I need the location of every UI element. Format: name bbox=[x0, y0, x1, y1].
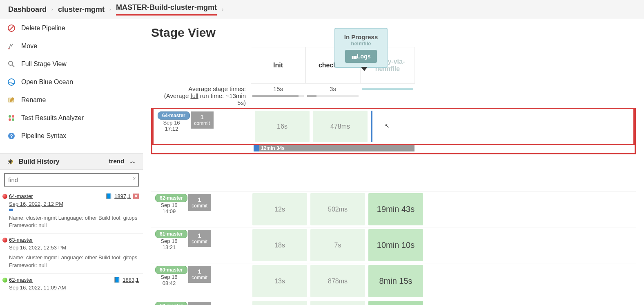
stage-row[interactable]: 62-master Sep 1614:09 1commit 12s502ms19… bbox=[151, 191, 636, 227]
average-row: Average stage times: (Average full run t… bbox=[151, 84, 636, 108]
build-date-link[interactable]: Sep 16, 2022, 11:09 AM bbox=[9, 285, 139, 291]
breadcrumb-cluster-mgmt[interactable]: cluster-mgmt bbox=[58, 5, 105, 14]
commit-badge[interactable]: 1commit bbox=[191, 111, 214, 129]
stage-cell[interactable]: 12min 27s bbox=[368, 301, 423, 305]
search-input[interactable] bbox=[4, 173, 139, 187]
sidebar-item-rename[interactable]: Rename bbox=[0, 91, 143, 109]
sidebar-item-test-results[interactable]: Test Results Analyzer bbox=[0, 109, 143, 127]
breadcrumb: Dashboard › cluster-mgmt › MASTER-Build-… bbox=[0, 0, 644, 19]
build-history-title-text: Build History bbox=[19, 158, 60, 165]
build-tag[interactable]: 59-master bbox=[155, 302, 187, 305]
avg-label-2c: run time: ~13min 5s) bbox=[198, 92, 246, 106]
changeset-icon: 📘 bbox=[105, 193, 112, 199]
breadcrumb-master-build[interactable]: MASTER-Build-cluster-mgmt bbox=[116, 3, 217, 16]
build-tag[interactable]: 64-master bbox=[158, 111, 190, 120]
in-progress-tooltip: In Progress helmfile Logs bbox=[334, 28, 388, 68]
stage-cell[interactable]: 12s bbox=[252, 193, 307, 225]
avg-cell-init: 15s bbox=[251, 84, 305, 108]
stage-cell[interactable]: 18s bbox=[252, 229, 307, 261]
tooltip-arrow-icon bbox=[361, 67, 368, 71]
page-title: Stage View bbox=[151, 26, 636, 40]
svg-point-10 bbox=[12, 118, 14, 121]
stage-cell[interactable]: 712ms bbox=[310, 301, 365, 305]
stage-row[interactable]: 61-master Sep 1613:21 1commit 18s7s10min… bbox=[151, 227, 636, 263]
stage-view-table: Init checkout deploy-via-helmfile In Pro… bbox=[151, 47, 636, 305]
sidebar-item-label: Test Results Analyzer bbox=[21, 114, 84, 122]
no-entry-icon bbox=[7, 24, 16, 32]
build-history-search: x bbox=[4, 173, 139, 187]
collapse-icon[interactable]: ︿ bbox=[130, 158, 136, 165]
stage-cell[interactable] bbox=[371, 111, 426, 142]
sidebar-item-delete-pipeline[interactable]: Delete Pipeline bbox=[0, 19, 143, 37]
sidebar-item-move[interactable]: Move bbox=[0, 37, 143, 55]
build-history-entry[interactable]: 📘 1883,1 62-master Sep 16, 2022, 11:09 A… bbox=[0, 274, 143, 295]
build-history-list: 📘 1897,1 ✕ 64-master Sep 16, 2022, 2:12 … bbox=[0, 190, 143, 295]
stage-cell[interactable]: 502ms bbox=[310, 193, 365, 225]
svg-text:?: ? bbox=[10, 134, 13, 139]
build-history-title: ☀ Build History bbox=[7, 158, 60, 165]
svg-point-9 bbox=[9, 118, 11, 121]
chevron-right-icon: › bbox=[109, 7, 111, 12]
stage-cell[interactable]: 13s bbox=[252, 265, 307, 297]
row-label: 64-master Sep 1617:12 1commit bbox=[154, 109, 253, 144]
build-link[interactable]: 63-master bbox=[9, 237, 33, 243]
breadcrumb-dashboard[interactable]: Dashboard bbox=[8, 5, 47, 14]
sidebar-item-pipeline-syntax[interactable]: ? Pipeline Syntax bbox=[0, 127, 143, 145]
trend-link[interactable]: trend bbox=[109, 158, 125, 165]
build-date: Sep 1613:21 bbox=[155, 238, 183, 250]
build-date-link[interactable]: Sep 16, 2022, 2:12 PM bbox=[9, 201, 139, 207]
stage-cell[interactable]: 16s bbox=[255, 111, 310, 142]
commit-badge[interactable]: 1commit bbox=[188, 230, 211, 247]
chevron-right-icon: › bbox=[51, 7, 53, 12]
svg-point-8 bbox=[12, 115, 14, 118]
stage-cell[interactable]: 13s bbox=[252, 301, 307, 305]
build-link[interactable]: 64-master bbox=[9, 193, 33, 199]
status-ball-icon bbox=[2, 194, 7, 199]
logs-button[interactable]: Logs bbox=[345, 50, 377, 63]
clear-icon[interactable]: x bbox=[133, 176, 136, 181]
stage-row[interactable]: 60-master Sep 1608:42 1commit 13s878ms8m… bbox=[151, 263, 636, 299]
cursor-icon: ↖ bbox=[385, 122, 390, 129]
commit-badge[interactable]: 2commits bbox=[188, 302, 211, 305]
sidebar-item-label: Move bbox=[21, 42, 37, 50]
row-label: 61-master Sep 1613:21 1commit bbox=[151, 227, 251, 263]
chevron-right-icon: › bbox=[222, 7, 223, 12]
stage-cell[interactable]: 8min 15s bbox=[368, 265, 423, 297]
commit-badge[interactable]: 1commit bbox=[188, 194, 211, 211]
build-date: Sep 1608:42 bbox=[155, 274, 183, 286]
stage-row[interactable]: 64-master Sep 1617:12 1commit 16s478ms bbox=[152, 109, 635, 145]
cancel-build-button[interactable]: ✕ bbox=[133, 194, 139, 199]
build-tag[interactable]: 62-master bbox=[155, 194, 187, 202]
sun-icon: ☀ bbox=[7, 158, 15, 165]
stage-cell[interactable]: 878ms bbox=[310, 265, 365, 297]
build-history-entry[interactable]: 📘 1897,1 ✕ 64-master Sep 16, 2022, 2:12 … bbox=[0, 190, 143, 234]
status-ball-icon bbox=[2, 278, 7, 283]
stage-cell[interactable]: 19min 43s bbox=[368, 193, 423, 225]
changeset-link[interactable]: 1897,1 bbox=[114, 193, 131, 199]
build-link[interactable]: 62-master bbox=[9, 277, 33, 283]
tooltip-title: In Progress bbox=[338, 33, 384, 40]
build-date-link[interactable]: Sep 16, 2022, 12:53 PM bbox=[9, 245, 139, 251]
build-date: Sep 1617:12 bbox=[158, 120, 185, 132]
row-label: 59-master Sep 1608:10 2commits bbox=[151, 299, 251, 305]
sidebar-item-label: Full Stage View bbox=[21, 60, 67, 68]
row-label: 62-master Sep 1614:09 1commit bbox=[151, 191, 251, 227]
sidebar-item-open-blue-ocean[interactable]: Open Blue Ocean bbox=[0, 73, 143, 91]
sidebar-item-full-stage-view[interactable]: Full Stage View bbox=[0, 55, 143, 73]
stage-rows: 64-master Sep 1617:12 1commit 16s478ms 1… bbox=[151, 108, 636, 305]
stage-cell[interactable]: 7s bbox=[310, 229, 365, 261]
changeset-link[interactable]: 1883,1 bbox=[123, 277, 139, 283]
commit-badge[interactable]: 1commit bbox=[188, 266, 211, 283]
avg-cell-checkout: 3s bbox=[305, 84, 360, 108]
help-icon: ? bbox=[7, 132, 16, 140]
sidebar-item-label: Rename bbox=[21, 96, 46, 104]
build-tag[interactable]: 60-master bbox=[155, 266, 187, 274]
stage-cell[interactable]: 10min 10s bbox=[368, 229, 423, 261]
stage-cell[interactable]: 478ms bbox=[313, 111, 368, 142]
stage-row[interactable]: 59-master Sep 1608:10 2commits 13s712ms1… bbox=[151, 299, 636, 305]
build-tag[interactable]: 61-master bbox=[155, 230, 187, 238]
blue-ocean-icon bbox=[7, 78, 16, 86]
build-history-entry[interactable]: 63-master Sep 16, 2022, 12:53 PM Name: c… bbox=[0, 234, 143, 273]
mini-progress-icon bbox=[9, 209, 13, 211]
progress-bar: 12min 34s bbox=[254, 145, 414, 151]
